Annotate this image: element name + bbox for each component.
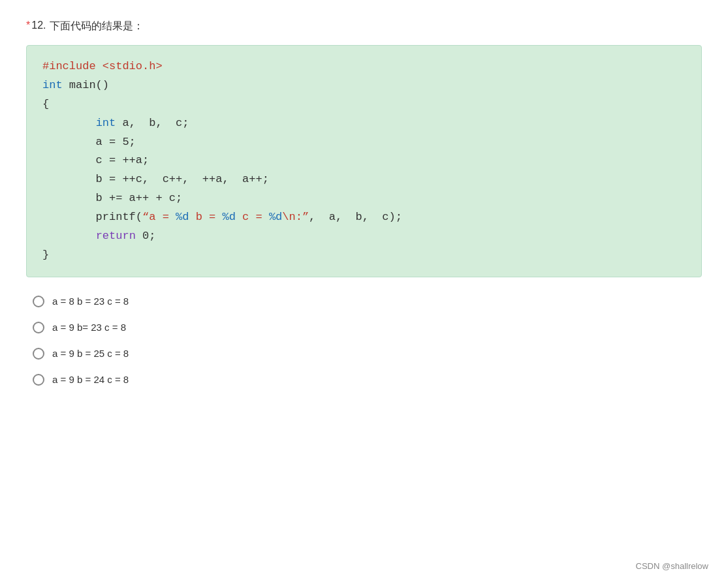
option-radio-4[interactable] xyxy=(33,374,44,386)
question-number: 12. xyxy=(31,20,46,31)
options-container: a = 8 b = 23 c = 8 a = 9 b= 23 c = 8 a =… xyxy=(26,296,702,386)
option-item-2[interactable]: a = 9 b= 23 c = 8 xyxy=(33,322,702,333)
code-line-open-brace: { xyxy=(42,95,686,114)
option-label-2: a = 9 b= 23 c = 8 xyxy=(52,322,126,333)
code-line-decl: int a, b, c; xyxy=(42,114,686,133)
code-line-main: int main() xyxy=(42,76,686,95)
option-item-4[interactable]: a = 9 b = 24 c = 8 xyxy=(33,374,702,386)
question-header: * 12. 下面代码的结果是： xyxy=(26,20,702,33)
code-line-close-brace: } xyxy=(42,246,686,265)
code-line-assign-a: a = 5; xyxy=(42,133,686,152)
question-text: 下面代码的结果是： xyxy=(50,20,144,33)
option-item-3[interactable]: a = 9 b = 25 c = 8 xyxy=(33,348,702,360)
watermark: CSDN @shallrelow xyxy=(636,561,708,571)
option-radio-2[interactable] xyxy=(33,322,44,333)
code-line-return: return 0; xyxy=(42,227,686,246)
code-block: #include <stdio.h> int main() { int a, b… xyxy=(26,45,702,277)
code-line-assign-c: c = ++a; xyxy=(42,151,686,170)
option-radio-1[interactable] xyxy=(33,296,44,307)
question-star: * xyxy=(26,20,30,31)
option-label-3: a = 9 b = 25 c = 8 xyxy=(52,348,129,359)
option-item-1[interactable]: a = 8 b = 23 c = 8 xyxy=(33,296,702,307)
code-line-include: #include <stdio.h> xyxy=(42,57,686,76)
code-line-printf: printf(“a = %d b = %d c = %d\n:”, a, b, … xyxy=(42,208,686,227)
option-radio-3[interactable] xyxy=(33,348,44,360)
option-label-1: a = 8 b = 23 c = 8 xyxy=(52,296,129,307)
option-label-4: a = 9 b = 24 c = 8 xyxy=(52,374,129,385)
code-line-assign-b: b = ++c, c++, ++a, a++; xyxy=(42,170,686,189)
code-line-b-plus-eq: b += a++ + c; xyxy=(42,189,686,208)
